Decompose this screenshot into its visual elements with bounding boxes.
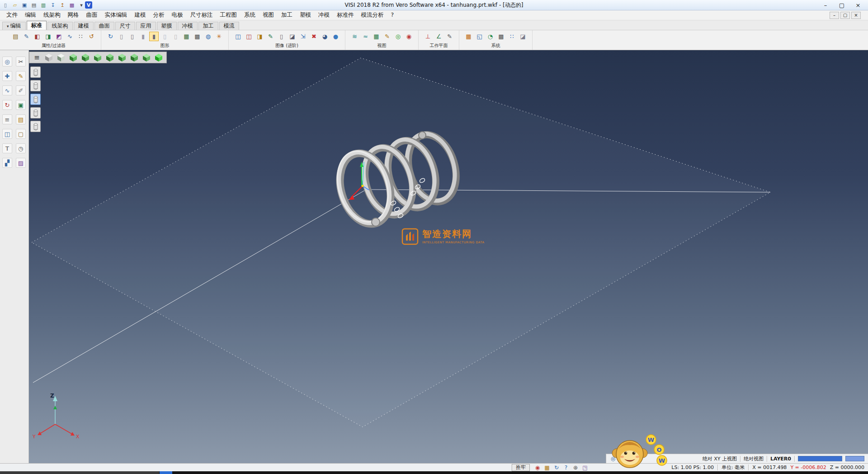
grid-snap-icon[interactable]: ▦ — [543, 464, 551, 471]
filter-curves-icon[interactable]: ∿ — [65, 32, 75, 41]
dynamic-section-icon[interactable]: ◕ — [320, 32, 330, 41]
reset-filter-icon[interactable]: ↺ — [87, 32, 96, 41]
view-cube-white-icon[interactable] — [43, 52, 55, 62]
dynamic-hide-icon[interactable]: ▯ — [171, 32, 180, 41]
workplane-origin-icon[interactable]: ⊥ — [423, 32, 433, 41]
ribbon-tab[interactable]: 曲面 — [94, 22, 114, 30]
curve-tool-icon[interactable]: ∿ — [2, 85, 12, 95]
grid-display-icon[interactable]: ▩ — [193, 32, 202, 41]
menu-item[interactable]: 文件 — [3, 11, 21, 19]
display-style-transparent[interactable] — [30, 121, 41, 132]
ribbon-tab[interactable]: 线架构 — [47, 22, 73, 30]
view-annotation-icon[interactable]: ✎ — [382, 32, 392, 41]
view-cube-right-icon[interactable] — [92, 52, 104, 62]
hatch-tool-icon[interactable]: ▞ — [2, 158, 12, 168]
mdi-restore-button[interactable]: ▢ — [840, 12, 850, 19]
wireframe-mode-icon[interactable]: ▯ — [117, 32, 126, 41]
layer-color-bar-secondary[interactable] — [845, 456, 864, 461]
active-layer-selector[interactable]: LAYER0 — [770, 456, 791, 462]
menu-item[interactable]: 标准件 — [333, 11, 358, 19]
projection-icon[interactable]: ⇲ — [298, 32, 308, 41]
menu-item[interactable]: 加工 — [278, 11, 296, 19]
3d-viewport[interactable]: Z X Y ≡ — [29, 50, 868, 463]
hidden-line-mode-icon[interactable]: ▯ — [127, 32, 137, 41]
shading-options-icon[interactable]: ◍ — [203, 32, 213, 41]
view-cube-back-icon[interactable] — [117, 52, 128, 62]
transparent-mode-icon[interactable]: ▯ — [160, 32, 170, 41]
measure-tool-icon[interactable]: ◷ — [16, 143, 26, 153]
rotate-view-icon[interactable]: ◉ — [404, 32, 414, 41]
view-cube-bottom-icon[interactable] — [129, 52, 140, 62]
display-style-wireframe[interactable] — [30, 66, 41, 78]
filter-bodies-icon[interactable]: ◩ — [54, 32, 64, 41]
filter-edges-icon[interactable]: ◨ — [43, 32, 53, 41]
trim-scissors-icon[interactable]: ✂ — [16, 57, 26, 66]
filter-points-icon[interactable]: ∷ — [76, 32, 85, 41]
ribbon-tab[interactable]: 加工 — [198, 22, 218, 30]
redraw-icon[interactable]: ↻ — [106, 32, 115, 41]
plot-icon[interactable]: ▥ — [40, 1, 47, 9]
ribbon-tab[interactable]: 应用 — [136, 22, 156, 30]
ribbon-tab[interactable]: 冲模 — [178, 22, 198, 30]
render-icon[interactable]: ✳ — [214, 32, 224, 41]
view-cube-pale-icon[interactable] — [56, 52, 67, 62]
ribbon-tab[interactable]: 模流 — [219, 22, 239, 30]
menu-item[interactable]: ? — [387, 11, 398, 19]
display-style-hidden[interactable] — [30, 80, 41, 91]
menu-item[interactable]: 冲模 — [315, 11, 333, 19]
import-icon[interactable]: ↧ — [49, 1, 57, 9]
menu-item[interactable]: 电极 — [168, 11, 187, 19]
rotate-tool-icon[interactable]: ↻ — [2, 100, 12, 110]
box-display-icon[interactable]: ▦ — [182, 32, 191, 41]
export-icon[interactable]: ↥ — [59, 1, 66, 9]
notebook-icon[interactable]: ▤ — [16, 114, 26, 124]
display-style-shaded-edges[interactable] — [30, 107, 41, 118]
menu-item[interactable]: 实体编辑 — [101, 11, 131, 19]
solid-box-icon[interactable]: ▢ — [16, 129, 26, 139]
modify-attributes-icon[interactable]: ✎ — [22, 32, 31, 41]
world-icon[interactable]: ◔ — [486, 32, 495, 41]
clip-plane-icon[interactable]: ◪ — [288, 32, 297, 41]
highlight-icon[interactable]: ◨ — [255, 32, 264, 41]
snap-compass-icon[interactable]: ◎ — [2, 57, 12, 66]
palette-tool-icon[interactable]: ▨ — [16, 158, 26, 168]
close-button[interactable]: × — [850, 0, 866, 10]
open-folder-icon[interactable]: ▱ — [11, 1, 19, 9]
viewport-menu-icon[interactable]: ≡ — [31, 52, 42, 62]
zoom-extents-icon[interactable]: ≋ — [350, 32, 359, 41]
erase-tool-icon[interactable]: ✐ — [16, 85, 26, 95]
restore-button[interactable]: ▢ — [834, 0, 850, 10]
view-manager-icon[interactable]: ◫ — [233, 32, 243, 41]
new-doc-icon[interactable]: ▯ — [2, 1, 9, 9]
menu-item[interactable]: 网格 — [64, 11, 83, 19]
shaded-mode-icon[interactable]: ▮ — [138, 32, 148, 41]
menu-item[interactable]: 模流分析 — [358, 11, 387, 19]
view-cube-top-icon[interactable] — [68, 52, 79, 62]
update-icon[interactable]: ↻ — [552, 464, 561, 471]
standard-views-icon[interactable]: ▦ — [372, 32, 381, 41]
color-table-icon[interactable]: ▦ — [464, 32, 473, 41]
zoom-window-icon[interactable]: ≈ — [361, 32, 370, 41]
filter-faces-icon[interactable]: ◧ — [33, 32, 42, 41]
menu-item[interactable]: 工程图 — [217, 11, 241, 19]
view-cube-left-icon[interactable] — [104, 52, 116, 62]
point-crosshair-icon[interactable]: ✚ — [2, 71, 12, 81]
menu-item[interactable]: 系统 — [241, 11, 259, 19]
info-icon[interactable]: ? — [562, 464, 570, 471]
wcs-icon[interactable]: ⊕ — [571, 464, 580, 471]
menu-item[interactable]: 线架构 — [40, 11, 64, 19]
view-orientation-selector[interactable]: 绝对 XY 上视图 — [703, 455, 737, 462]
menu-item[interactable]: 编辑 — [21, 11, 40, 19]
capture-icon[interactable]: ▩ — [68, 1, 75, 9]
mirror-tool-icon[interactable]: ◫ — [2, 129, 12, 139]
menu-item[interactable]: 建模 — [131, 11, 150, 19]
point-cloud-icon[interactable]: ∷ — [507, 32, 517, 41]
shaded-edges-mode-icon[interactable]: ▮ — [149, 32, 159, 41]
element-attributes-icon[interactable]: ▤ — [11, 32, 20, 41]
workplane-axes-icon[interactable]: ∠ — [434, 32, 443, 41]
delete-image-icon[interactable]: ✖ — [309, 32, 319, 41]
view-3d-icon[interactable]: ◳ — [581, 464, 589, 471]
view-reference-selector[interactable]: 绝对视图 — [744, 455, 764, 462]
lock-toggle-button[interactable]: 拴牢 — [512, 464, 530, 471]
grid-settings-icon[interactable]: ▩ — [496, 32, 506, 41]
